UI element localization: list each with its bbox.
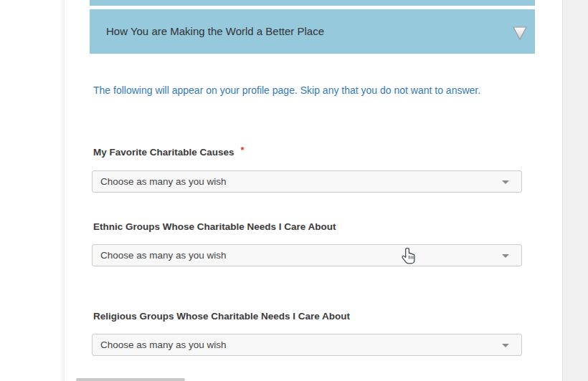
caret-down-icon [502,180,509,184]
profile-form-page: How You are Making the World a Better Pl… [0,0,588,381]
section-header[interactable]: How You are Making the World a Better Pl… [90,9,535,54]
triangle-down-icon[interactable] [512,25,528,41]
horizontal-scrollbar-thumb[interactable] [76,378,185,381]
page-right-margin [562,0,588,381]
content-left-shadow [59,0,65,381]
select-value: Choose as many as you wish [100,245,227,266]
religious-groups-select[interactable]: Choose as many as you wish [92,334,522,356]
select-value: Choose as many as you wish [100,171,227,192]
section-title: How You are Making the World a Better Pl… [106,9,324,54]
caret-down-icon [502,254,509,258]
hand-pointer-icon [401,247,418,266]
ethnic-groups-select[interactable]: Choose as many as you wish [92,244,522,266]
favorite-charitable-causes-select[interactable]: Choose as many as you wish [92,170,522,193]
field-label-favorite-charitable-causes: My Favorite Charitable Causes* [93,147,245,158]
field-label-ethnic-groups: Ethnic Groups Whose Charitable Needs I C… [93,221,336,232]
caret-down-icon [502,344,509,347]
intro-text: The following will appear on your profil… [93,83,513,97]
previous-section-header-sliver[interactable] [90,0,535,6]
field-label-religious-groups: Religious Groups Whose Charitable Needs … [93,311,350,322]
select-value: Choose as many as you wish [100,334,227,355]
required-marker: * [241,145,245,155]
field-label-text: My Favorite Charitable Causes [93,147,234,158]
